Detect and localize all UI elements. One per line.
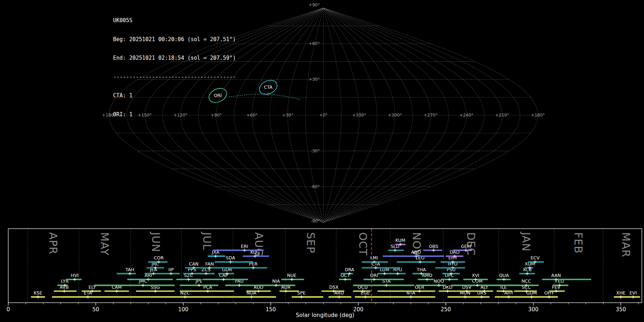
shower-peak-marker: [204, 272, 208, 275]
shower-peak-marker: [530, 296, 533, 299]
figure-canvas: +180°+150°+120°+90°+60°+30°+0°+330°+300°…: [0, 0, 644, 322]
lon-label: +30°: [282, 113, 293, 118]
shower-label-kum: KUM: [395, 238, 405, 243]
shower-peak-marker: [480, 296, 483, 299]
month-label-sep: SEP: [304, 232, 317, 253]
shower-peak-marker: [394, 249, 397, 252]
x-tick-label: 300: [528, 306, 538, 313]
shower-peak-marker: [206, 289, 209, 293]
shower-label-dra: DRA: [345, 267, 355, 272]
shower-peak-marker: [409, 296, 413, 299]
shower-peak-marker: [197, 284, 201, 287]
shower-peak-marker: [290, 278, 293, 281]
shower-peak-marker: [385, 284, 388, 287]
month-label-may: MAY: [98, 232, 111, 255]
shower-peak-marker: [555, 289, 558, 293]
shower-peak-marker: [432, 249, 435, 252]
station-id: UK005S: [113, 18, 236, 24]
shower-peak-marker: [619, 296, 623, 299]
lat-label: +90°: [309, 3, 320, 8]
shower-label-xvi: XVI: [472, 273, 479, 278]
shower-label-and: AND: [411, 249, 421, 255]
shower-label-tah: TAH: [125, 267, 135, 272]
shower-peak-marker: [169, 272, 172, 275]
shower-peak-marker: [63, 289, 66, 293]
shower-peak-marker: [274, 284, 278, 287]
month-label-jun: JUN: [150, 231, 162, 252]
shower-peak-marker: [187, 278, 190, 281]
shower-label-obs: OBS: [429, 244, 438, 249]
x-tick-label: 250: [441, 306, 451, 313]
lon-label: +330°: [352, 113, 366, 118]
shower-label-fan: FAN: [205, 261, 214, 267]
x-tick-label: 50: [92, 306, 99, 313]
shower-label-gem: GEM: [461, 244, 471, 249]
lat-label: -90°: [311, 219, 320, 224]
lon-label: +300°: [388, 113, 402, 118]
shower-peak-marker: [86, 296, 89, 299]
shower-label-ncc: NCC: [522, 278, 531, 284]
shower-peak-marker: [238, 284, 241, 287]
shower-label-aan: AAN: [551, 273, 561, 278]
x-tick-label: 100: [178, 306, 189, 313]
shower-peak-marker: [222, 278, 225, 281]
shower-label-nue: NUE: [287, 273, 296, 278]
shower-label-hvi: HVI: [71, 273, 79, 278]
shower-peak-marker: [476, 284, 479, 287]
shower-peak-marker: [418, 289, 421, 293]
shower-peak-marker: [419, 260, 422, 264]
month-label-mar: MAR: [620, 232, 632, 257]
shower-peak-marker: [507, 296, 511, 299]
activity-chart: APRMAYJUNJULAUGSEPOCTNOVDECJANFEBMARKSEE…: [6, 229, 642, 318]
x-tick-label: 150: [266, 306, 276, 313]
shower-peak-marker: [383, 272, 386, 275]
shower-peak-marker: [214, 254, 217, 258]
shower-peak-marker: [364, 296, 367, 299]
x-axis-title: Solar longitude (deg): [296, 312, 355, 318]
shower-peak-marker: [141, 284, 145, 287]
shower-peak-marker: [184, 296, 187, 299]
shower-label-nia: NIA: [272, 278, 280, 284]
shower-peak-marker: [337, 296, 341, 299]
shower-peak-marker: [448, 278, 451, 281]
shower-peak-marker: [36, 296, 40, 299]
shower-peak-marker: [152, 272, 155, 275]
shower-peak-marker: [252, 266, 255, 269]
shower-peak-marker: [243, 249, 246, 252]
lon-label: +60°: [247, 113, 258, 118]
shower-peak-marker: [374, 266, 377, 269]
station-info: UK005S Beg: 20251021 00:20:06 (sol = 207…: [113, 5, 236, 130]
count-ori: ORI: 1: [113, 112, 236, 118]
month-label-apr: APR: [47, 232, 59, 254]
shower-label-dsx: DSX: [329, 284, 339, 290]
shower-peak-marker: [463, 296, 467, 299]
shower-peak-marker: [372, 278, 376, 281]
shower-label-iip: IIP: [169, 267, 174, 272]
shower-label-sda: SDA: [226, 255, 235, 260]
x-tick-label: 200: [353, 306, 364, 313]
figure-stage: +180°+150°+120°+90°+60°+30°+0°+330°+300°…: [0, 0, 644, 322]
lat-label: +30°: [309, 77, 320, 82]
x-tick-label: 0: [6, 306, 10, 313]
shower-peak-marker: [547, 296, 551, 299]
shower-peak-marker: [128, 272, 132, 275]
x-tick-label: 350: [616, 306, 626, 313]
shower-peak-marker: [300, 296, 303, 299]
shower-peak-marker: [115, 289, 118, 293]
shower-label-eri: ERI: [241, 244, 248, 249]
shower-peak-marker: [631, 296, 635, 299]
month-label-jan: JAN: [520, 231, 532, 252]
lat-label: -60°: [311, 184, 320, 189]
observation-begin: Beg: 20251021 00:20:06 (sol = 207.51°): [113, 36, 236, 43]
month-label-oct: OCT: [357, 232, 369, 256]
shower-label-ecv: ECV: [531, 255, 540, 260]
separator-dashes: --------------------------------------: [113, 74, 236, 80]
shower-label-kse: KSE: [34, 290, 42, 296]
shower-peak-marker: [284, 289, 287, 293]
shower-peak-marker: [396, 272, 399, 275]
shower-peak-marker: [73, 278, 76, 281]
shower-peak-marker: [425, 278, 429, 281]
shower-label-evi: EVI: [629, 290, 636, 296]
count-cta: CTA: 1: [113, 93, 236, 99]
shower-peak-marker: [153, 289, 157, 293]
